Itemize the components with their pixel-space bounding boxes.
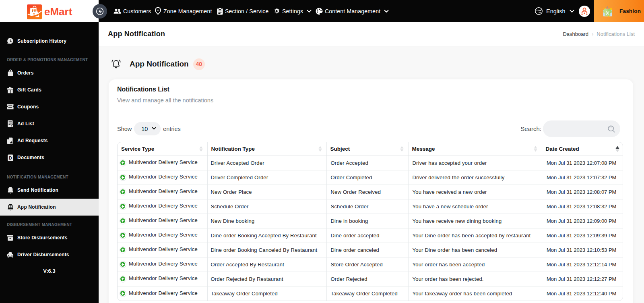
svg-text:D: D xyxy=(9,156,12,160)
svg-text:Z: Z xyxy=(9,205,11,208)
